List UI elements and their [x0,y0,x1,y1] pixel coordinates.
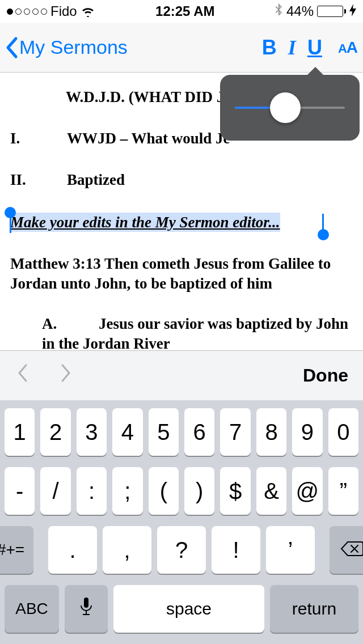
slider-thumb[interactable] [270,92,301,123]
subpoint-a: A.Jesus our savior was baptized by John … [10,314,353,350]
keyboard-row-1: 1 2 3 4 5 6 7 8 9 0 [5,408,358,456]
key-at[interactable]: @ [292,467,322,515]
selection-caret-left [10,213,11,233]
key-comma[interactable]: , [103,526,151,574]
signal-strength-icon [7,9,47,15]
italic-button[interactable]: I [288,36,296,60]
battery-icon [317,6,346,17]
key-colon[interactable]: : [77,467,107,515]
subpoint-a-label: A. [42,314,99,334]
chevron-left-icon [3,36,19,59]
key-semicolon[interactable]: ; [112,467,142,515]
backspace-icon [340,537,363,563]
section-2-num: II. [10,171,67,189]
accessory-nav [15,362,74,390]
selected-text[interactable]: Make your edits in the My Sermon editor.… [10,213,280,232]
key-question[interactable]: ? [157,526,206,574]
verse-text: Matthew 3:13 Then cometh Jesus from Gali… [10,254,353,294]
key-9[interactable]: 9 [292,408,322,456]
section-1-num: I. [10,130,67,147]
key-amp[interactable]: & [256,467,286,515]
text-size-button[interactable]: AA [338,39,357,57]
key-0[interactable]: 0 [328,408,358,456]
key-6[interactable]: 6 [184,408,214,456]
status-bar: Fido 12:25 AM 44% [0,0,363,23]
key-apostrophe[interactable]: ’ [266,526,315,574]
key-3[interactable]: 3 [77,408,107,456]
charging-icon [349,4,356,19]
status-right: 44% [275,3,356,20]
microphone-icon [78,595,94,623]
key-rparen[interactable]: ) [184,467,214,515]
key-return[interactable]: return [270,585,358,633]
key-5[interactable]: 5 [149,408,179,456]
format-buttons: B I U [262,36,322,60]
section-2-text: Baptized [67,171,125,188]
key-symbols[interactable]: #+= [0,526,33,574]
keyboard-row-2: - / : ; ( ) $ & @ ” [5,467,358,515]
keyboard-row-3: #+= . , ? ! ’ [5,526,358,574]
key-abc[interactable]: ABC [5,585,59,633]
key-exclaim[interactable]: ! [212,526,260,574]
key-backspace[interactable] [330,526,363,574]
key-8[interactable]: 8 [256,408,286,456]
underline-button[interactable]: U [307,36,322,60]
key-slash[interactable]: / [40,467,70,515]
text-size-small: A [338,41,347,56]
key-quote[interactable]: ” [328,467,358,515]
key-2[interactable]: 2 [40,408,70,456]
status-time: 12:25 AM [155,3,214,19]
carrier-label: Fido [50,3,77,19]
keyboard-accessory: Done [0,350,363,400]
key-dollar[interactable]: $ [220,467,250,515]
key-dictation[interactable] [65,585,108,633]
key-4[interactable]: 4 [112,408,142,456]
key-lparen[interactable]: ( [149,467,179,515]
nav-bar: My Sermons B I U AA [0,23,363,73]
back-button[interactable]: My Sermons [3,36,128,59]
key-7[interactable]: 7 [220,408,250,456]
svg-rect-0 [84,598,88,608]
nav-right: B I U AA [262,36,357,60]
selection-wrap: Make your edits in the My Sermon editor.… [10,214,353,231]
done-button[interactable]: Done [303,365,348,386]
key-dash[interactable]: - [5,467,35,515]
key-space[interactable]: space [113,585,264,633]
wifi-icon [81,6,95,17]
keyboard: 1 2 3 4 5 6 7 8 9 0 - / : ; ( ) $ & @ ” … [0,400,363,644]
status-left: Fido [7,3,95,19]
selection-handle-right[interactable] [318,229,329,240]
text-size-slider[interactable] [235,107,345,109]
text-size-large: A [347,39,357,56]
text-size-popover [220,75,360,141]
prev-field-button[interactable] [15,362,31,390]
battery-pct: 44% [286,3,314,19]
bluetooth-icon [275,3,283,20]
section-1-text: WWJD – What would Je [67,130,230,147]
key-period[interactable]: . [48,526,97,574]
keyboard-row-4: ABC space return [5,585,358,633]
key-1[interactable]: 1 [5,408,35,456]
bold-button[interactable]: B [262,36,277,60]
next-field-button[interactable] [58,362,74,390]
section-2: II.Baptized [10,171,353,189]
back-label: My Sermons [19,36,128,58]
